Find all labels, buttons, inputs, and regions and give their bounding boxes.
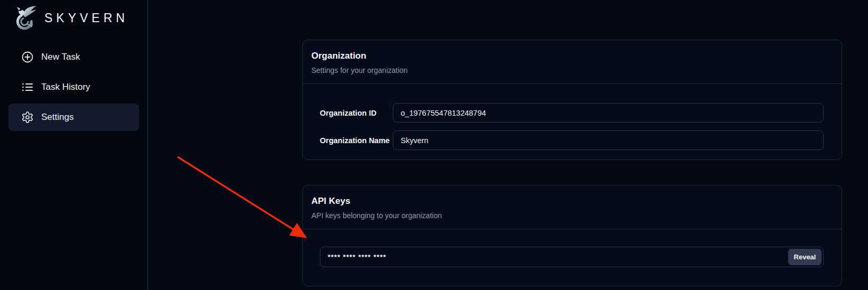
sidebar-item-new-task[interactable]: New Task	[8, 43, 139, 71]
sidebar-item-settings[interactable]: Settings	[8, 104, 139, 131]
api-key-masked-input[interactable]	[320, 247, 824, 267]
api-keys-card-subtitle: API keys belonging to your organization	[311, 211, 833, 220]
organization-card-title: Organization	[311, 51, 833, 61]
api-keys-card-title: API Keys	[311, 196, 833, 207]
organization-card-header: Organization Settings for your organizat…	[303, 40, 842, 84]
organization-name-label: Organization Name	[320, 136, 393, 145]
sidebar-item-label: Task History	[41, 82, 90, 92]
sidebar: SKYVERN New Task Task History	[0, 0, 148, 290]
api-keys-card: API Keys API keys belonging to your orga…	[302, 185, 842, 286]
organization-card-body: Organization ID Organization Name	[303, 103, 842, 150]
gear-icon	[21, 111, 34, 124]
organization-id-input[interactable]	[393, 103, 824, 123]
sidebar-item-label: New Task	[41, 52, 80, 62]
sidebar-item-task-history[interactable]: Task History	[8, 73, 139, 101]
list-icon	[21, 81, 34, 93]
brand-logo[interactable]: SKYVERN	[8, 0, 139, 34]
organization-id-row: Organization ID	[320, 103, 824, 123]
sidebar-nav: New Task Task History Settings	[8, 43, 139, 131]
plus-circle-icon	[21, 51, 34, 63]
organization-id-label: Organization ID	[320, 109, 393, 117]
api-keys-card-header: API Keys API keys belonging to your orga…	[303, 185, 842, 229]
organization-name-input[interactable]	[393, 130, 824, 150]
organization-name-row: Organization Name	[320, 130, 824, 150]
reveal-button[interactable]: Reveal	[788, 249, 821, 265]
organization-card: Organization Settings for your organizat…	[302, 40, 842, 160]
sidebar-item-label: Settings	[41, 112, 73, 123]
brand-name: SKYVERN	[44, 11, 128, 25]
dragon-logo-icon	[12, 4, 39, 32]
organization-card-subtitle: Settings for your organization	[311, 66, 833, 74]
api-key-field: Reveal	[320, 247, 824, 267]
settings-page: SKYVERN New Task Task History	[0, 0, 868, 290]
api-keys-card-body: Reveal	[303, 247, 842, 267]
